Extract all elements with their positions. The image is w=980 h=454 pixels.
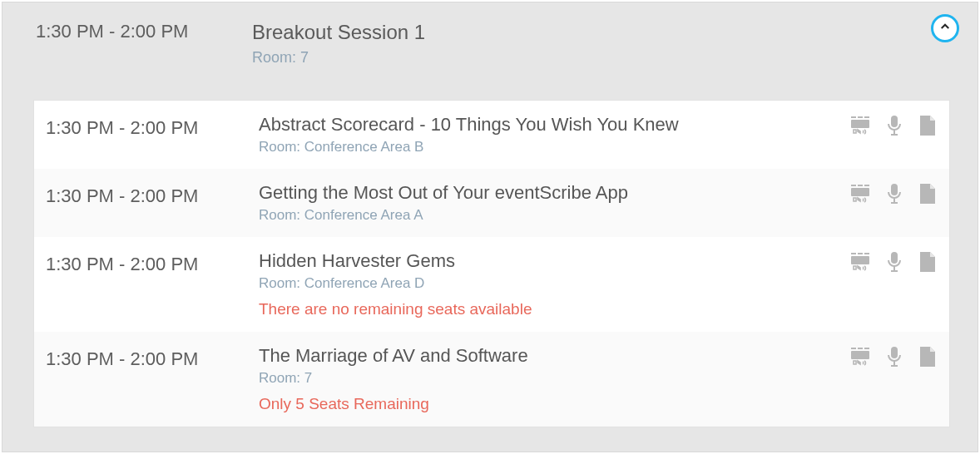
svg-rect-10 [851, 188, 869, 196]
microphone-icon[interactable] [884, 252, 904, 272]
svg-rect-17 [851, 256, 869, 264]
svg-rect-16 [864, 253, 869, 254]
session-title: Hidden Harvester Gems [259, 250, 833, 272]
session-room: Room: Conference Area A [259, 207, 833, 224]
session-room: Room: Conference Area B [259, 139, 833, 155]
microphone-icon[interactable] [884, 347, 904, 367]
presentation-audio-icon[interactable] [851, 116, 871, 136]
session-icons [851, 184, 938, 204]
svg-rect-18 [891, 252, 898, 264]
svg-rect-9 [864, 185, 869, 186]
svg-rect-7 [851, 185, 856, 186]
session-icons [851, 116, 938, 136]
document-icon[interactable] [918, 252, 938, 272]
svg-rect-25 [891, 347, 898, 358]
svg-rect-3 [851, 120, 869, 128]
svg-rect-24 [851, 351, 869, 359]
svg-rect-1 [858, 116, 863, 118]
svg-rect-27 [891, 365, 898, 367]
svg-rect-2 [864, 116, 869, 118]
svg-rect-15 [858, 253, 863, 254]
microphone-icon[interactable] [884, 116, 904, 136]
session-seat-warning: There are no remaining seats available [259, 300, 833, 318]
parent-session-row: 1:30 PM - 2:00 PM Breakout Session 1 Roo… [2, 2, 978, 96]
parent-session-time: 1:30 PM - 2:00 PM [36, 21, 188, 42]
session-title: Abstract Scorecard - 10 Things You Wish … [259, 114, 833, 136]
svg-rect-23 [864, 348, 869, 349]
presentation-audio-icon[interactable] [851, 252, 871, 272]
session-time: 1:30 PM - 2:00 PM [46, 114, 259, 139]
session-room: Room: Conference Area D [259, 275, 833, 292]
session-row[interactable]: 1:30 PM - 2:00 PM Getting the Most Out o… [34, 169, 949, 237]
svg-rect-20 [891, 270, 898, 272]
svg-rect-11 [891, 184, 898, 195]
session-icons [851, 252, 938, 272]
svg-rect-6 [891, 134, 898, 136]
schedule-panel: 1:30 PM - 2:00 PM Breakout Session 1 Roo… [2, 2, 978, 452]
microphone-icon[interactable] [884, 184, 904, 204]
svg-rect-12 [893, 198, 895, 202]
parent-session-room: Room: 7 [252, 49, 903, 67]
svg-rect-5 [893, 130, 895, 134]
svg-rect-8 [858, 185, 863, 186]
session-row[interactable]: 1:30 PM - 2:00 PM Abstract Scorecard - 1… [34, 101, 949, 169]
presentation-audio-icon[interactable] [851, 184, 871, 204]
session-body: Getting the Most Out of Your eventScribe… [259, 182, 833, 224]
chevron-up-icon [938, 20, 952, 37]
session-time: 1:30 PM - 2:00 PM [46, 250, 259, 275]
session-body: Hidden Harvester Gems Room: Conference A… [259, 250, 833, 318]
session-row[interactable]: 1:30 PM - 2:00 PM The Marriage of AV and… [34, 332, 949, 427]
svg-rect-22 [858, 348, 863, 349]
svg-rect-0 [851, 116, 856, 118]
session-list: 1:30 PM - 2:00 PM Abstract Scorecard - 1… [34, 101, 949, 427]
document-icon[interactable] [918, 184, 938, 204]
svg-rect-4 [891, 116, 898, 127]
session-seat-warning: Only 5 Seats Remaining [259, 395, 833, 413]
session-body: The Marriage of AV and Software Room: 7 … [259, 345, 833, 413]
svg-rect-21 [851, 348, 856, 349]
svg-rect-14 [851, 253, 856, 254]
session-row[interactable]: 1:30 PM - 2:00 PM Hidden Harvester Gems … [34, 237, 949, 332]
document-icon[interactable] [918, 116, 938, 136]
svg-rect-26 [893, 361, 895, 365]
session-time: 1:30 PM - 2:00 PM [46, 182, 259, 207]
session-title: The Marriage of AV and Software [259, 345, 833, 367]
session-title: Getting the Most Out of Your eventScribe… [259, 182, 833, 204]
svg-rect-19 [893, 266, 895, 270]
svg-rect-13 [891, 202, 898, 204]
session-icons [851, 347, 938, 367]
session-time: 1:30 PM - 2:00 PM [46, 345, 259, 370]
session-room: Room: 7 [259, 370, 833, 387]
session-body: Abstract Scorecard - 10 Things You Wish … [259, 114, 833, 155]
parent-session-title: Breakout Session 1 [252, 21, 903, 44]
presentation-audio-icon[interactable] [851, 347, 871, 367]
collapse-button[interactable] [931, 14, 959, 42]
document-icon[interactable] [918, 347, 938, 367]
